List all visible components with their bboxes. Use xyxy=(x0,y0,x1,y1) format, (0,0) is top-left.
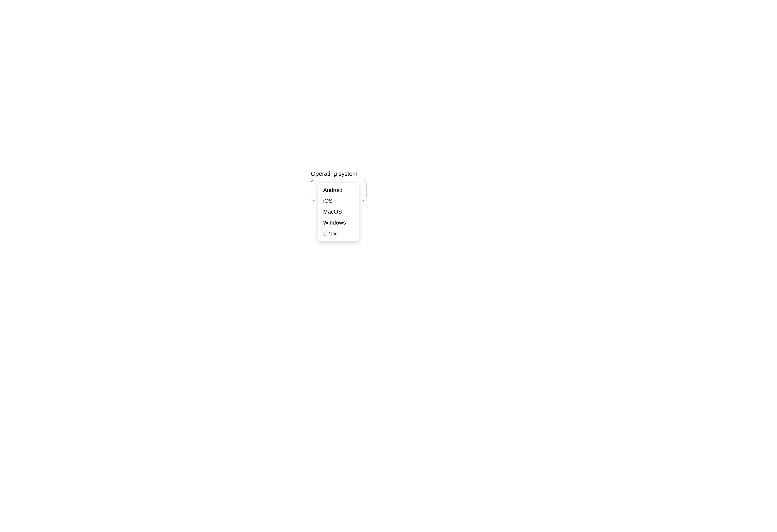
select-label: Operating system xyxy=(311,170,366,177)
os-select-group: Operating system Android iOS MacOS Windo… xyxy=(311,170,366,201)
dropdown-item-windows[interactable]: Windows xyxy=(318,217,359,228)
dropdown-item-macos[interactable]: MacOS xyxy=(318,206,359,217)
dropdown-item-linux[interactable]: Linux xyxy=(318,228,359,239)
dropdown-item-ios[interactable]: iOS xyxy=(318,195,359,206)
os-select-trigger[interactable]: Android iOS MacOS Windows Linux xyxy=(311,180,366,201)
dropdown-item-android[interactable]: Android xyxy=(318,185,359,195)
os-dropdown: Android iOS MacOS Windows Linux xyxy=(318,183,359,241)
